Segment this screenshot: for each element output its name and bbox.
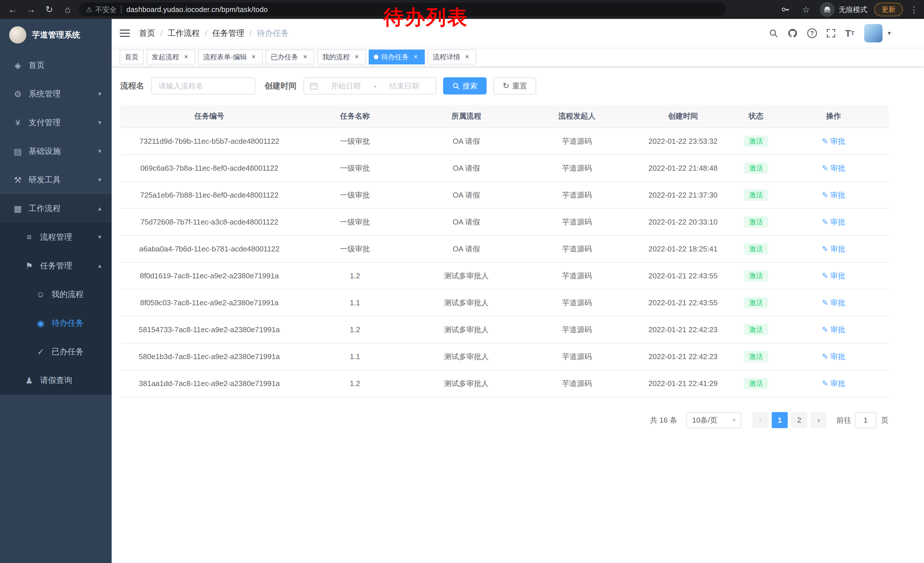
close-icon[interactable]: × [182,53,190,61]
fullscreen-icon[interactable] [826,29,835,38]
sidebar-item-my-process[interactable]: ☺ 我的流程 [0,280,112,309]
status-badge: 激活 [744,297,768,308]
sidebar: 芋道管理系统 ◈ 首页 ⚙ 系统管理 ▾ ¥ 支付管理 ▾ ▤ 基础设施 ▾ ⚒… [0,19,112,563]
approve-link[interactable]: ✎审批 [822,298,845,308]
approve-link[interactable]: ✎审批 [822,325,845,335]
sidebar-item-task-mgmt[interactable]: ⚑ 任务管理 ▴ [0,251,112,280]
security-chip[interactable]: ⚠ 不安全 [86,5,117,14]
approve-link-label: 审批 [830,271,845,281]
sidebar-item-leave-query[interactable]: ♟ 请假查询 [0,366,112,395]
approve-link[interactable]: ✎审批 [822,244,845,254]
table-row: 8f0d1619-7ac8-11ec-a9e2-a2380e71991a 1.2… [120,262,888,289]
back-icon[interactable]: ← [6,3,20,17]
sidebar-item-infrastructure[interactable]: ▤ 基础设施 ▾ [0,137,112,165]
approve-link[interactable]: ✎审批 [822,271,845,281]
address-bar[interactable]: ⚠ 不安全 dashboard.yudao.iocoder.cn/bpm/tas… [79,3,726,17]
search-icon[interactable] [769,29,778,38]
reload-icon[interactable]: ↻ [42,3,56,17]
create-time-label: 创建时间 [264,81,297,92]
home-icon[interactable]: ⌂ [61,3,74,17]
cell-initiator: 芋道源码 [521,343,633,370]
sidebar-item-system[interactable]: ⚙ 系统管理 ▾ [0,80,112,108]
forward-icon[interactable]: → [24,3,38,17]
cell-task-id: 8f0d1619-7ac8-11ec-a9e2-a2380e71991a [120,262,298,289]
breadcrumb-item[interactable]: 首页 [139,28,155,39]
table-row: 73211d9d-7b9b-11ec-b5b7-acde48001122 一级审… [120,128,888,155]
search-button[interactable]: 搜索 [443,77,487,95]
tab-done-tasks[interactable]: 已办任务 × [266,50,314,65]
approve-link[interactable]: ✎审批 [822,163,845,173]
sidebar-item-payment[interactable]: ¥ 支付管理 ▾ [0,108,112,137]
menu-dots-icon[interactable]: ⋮ [910,5,918,15]
edit-icon: ✎ [822,137,828,146]
close-icon[interactable]: × [352,53,361,61]
sidebar-item-workflow[interactable]: ▦ 工作流程 ▴ [0,194,112,223]
close-icon[interactable]: × [463,53,471,61]
sidebar-item-devtools[interactable]: ⚒ 研发工具 ▾ [0,165,112,194]
page-button-1[interactable]: 1 [772,412,788,428]
cell-status: 激活 [734,209,778,236]
breadcrumb-item[interactable]: 工作流程 [168,28,200,39]
calendar-icon [310,82,318,90]
next-page-button[interactable]: › [811,412,826,428]
page-size-select[interactable]: 10条/页 ▾ [686,412,741,428]
table-row: 381aa1dd-7ac8-11ec-a9e2-a2380e71991a 1.2… [120,370,888,397]
star-icon[interactable]: ☆ [799,3,813,17]
app-title: 芋道管理系统 [32,30,80,41]
reset-button[interactable]: ↻ 重置 [494,77,536,95]
tab-process-detail[interactable]: 流程详情 × [428,50,476,65]
close-icon[interactable]: × [412,53,420,61]
cell-initiator: 芋道源码 [521,370,633,397]
goto-page-input[interactable] [855,412,876,428]
approve-link[interactable]: ✎审批 [822,378,845,389]
approve-link[interactable]: ✎审批 [822,352,845,362]
sidebar-item-home[interactable]: ◈ 首页 [0,51,112,80]
table-row: 069c6a63-7b8a-11ec-8ef0-acde48001122 一级审… [120,155,888,182]
cell-task-id: a6aba0a4-7b6d-11ec-b781-acde48001122 [120,236,298,262]
sidebar-item-label: 系统管理 [28,89,61,99]
github-icon[interactable] [788,29,798,38]
key-icon[interactable] [778,3,792,17]
date-range-picker[interactable]: 开始日期 - 结束日期 [303,77,436,95]
table-row: 75d72608-7b7f-11ec-a3c8-acde48001122 一级审… [120,209,888,236]
tab-home[interactable]: 首页 [120,50,144,65]
sidebar-item-label: 待办任务 [51,318,84,329]
user-avatar[interactable] [864,24,882,42]
tab-todo-tasks[interactable]: 待办任务 × [369,50,425,65]
logo[interactable]: 芋道管理系统 [0,19,112,51]
update-button[interactable]: 更新 [874,3,903,17]
approve-link[interactable]: ✎审批 [822,217,845,227]
close-icon[interactable]: × [250,53,258,61]
sidebar-item-process-mgmt[interactable]: ≡ 流程管理 ▾ [0,223,112,251]
sidebar-item-label: 任务管理 [40,260,72,271]
cell-status: 激活 [734,262,778,289]
page-button-2[interactable]: 2 [791,412,807,428]
column-header: 流程发起人 [521,105,633,128]
help-icon[interactable]: ? [807,29,817,38]
breadcrumb-separator: / [160,29,163,38]
approve-link-label: 审批 [830,217,845,227]
font-size-icon[interactable]: TT [845,29,855,38]
search-button-label: 搜索 [463,81,477,91]
prev-page-button[interactable]: ‹ [752,412,768,428]
sidebar-item-done-tasks[interactable]: ✓ 已办任务 [0,337,112,366]
chevron-down-icon: ▾ [732,416,736,424]
tab-form-edit[interactable]: 流程表单-编辑 × [198,50,263,65]
reset-button-label: 重置 [512,81,527,91]
tab-start-process[interactable]: 发起流程 × [147,50,195,65]
sidebar-menu: ◈ 首页 ⚙ 系统管理 ▾ ¥ 支付管理 ▾ ▤ 基础设施 ▾ ⚒ 研发工具 ▾… [0,51,112,563]
sidebar-item-label: 首页 [28,60,45,71]
approve-link-label: 审批 [830,163,845,173]
edit-icon: ✎ [822,245,828,254]
approve-link[interactable]: ✎审批 [822,136,845,146]
close-icon[interactable]: × [301,53,309,61]
cell-action: ✎审批 [778,316,888,343]
breadcrumb-separator: / [205,29,207,38]
sidebar-item-todo-tasks[interactable]: ◉ 待办任务 [0,309,112,337]
cell-task-name: 1.2 [298,316,412,343]
approve-link[interactable]: ✎审批 [822,190,845,200]
breadcrumb-item[interactable]: 任务管理 [212,28,244,39]
tab-my-process[interactable]: 我的流程 × [317,50,366,65]
process-name-input[interactable] [151,77,255,95]
hamburger-icon[interactable] [120,29,130,38]
